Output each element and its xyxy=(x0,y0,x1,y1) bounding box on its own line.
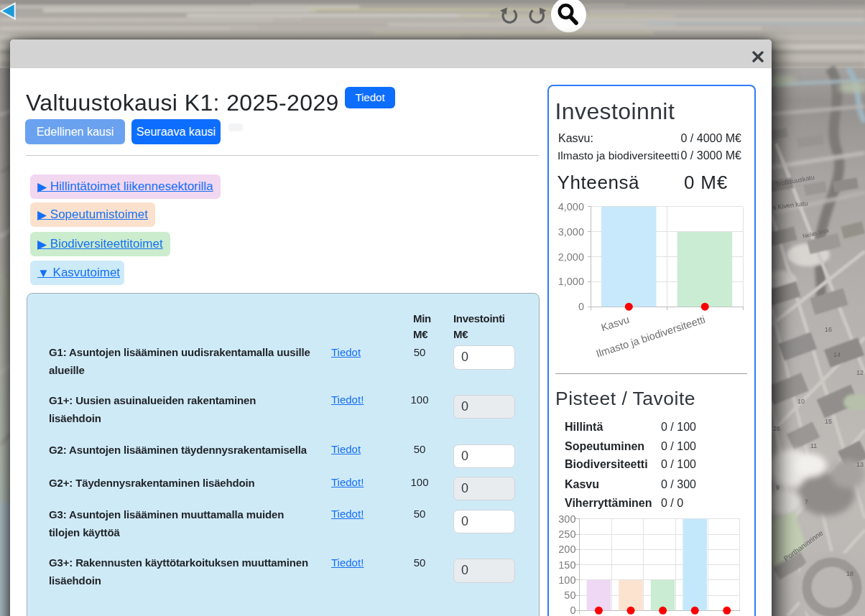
svg-text:200: 200 xyxy=(558,543,575,555)
svg-text:3,000: 3,000 xyxy=(558,226,584,238)
svg-text:0: 0 xyxy=(570,605,575,616)
svg-text:26: 26 xyxy=(773,425,780,432)
svg-text:12: 12 xyxy=(856,369,864,376)
svg-text:16: 16 xyxy=(825,326,832,333)
svg-text:14: 14 xyxy=(833,351,841,358)
svg-text:250: 250 xyxy=(558,528,575,540)
svg-text:4,000: 4,000 xyxy=(558,201,584,213)
svg-text:150: 150 xyxy=(558,559,575,571)
svg-text:2,000: 2,000 xyxy=(558,251,584,263)
svg-text:100: 100 xyxy=(558,574,575,586)
svg-text:9: 9 xyxy=(776,484,780,491)
svg-text:Kasvu: Kasvu xyxy=(600,314,631,334)
svg-text:1,000: 1,000 xyxy=(558,276,584,287)
svg-text:10: 10 xyxy=(797,398,805,405)
svg-text:50: 50 xyxy=(564,589,575,601)
svg-text:300: 300 xyxy=(558,513,575,525)
svg-text:0: 0 xyxy=(578,301,584,312)
svg-text:11: 11 xyxy=(810,442,817,449)
svg-text:7: 7 xyxy=(805,498,808,505)
svg-text:13: 13 xyxy=(856,461,864,468)
svg-text:18: 18 xyxy=(846,570,854,577)
svg-text:15: 15 xyxy=(825,418,832,425)
